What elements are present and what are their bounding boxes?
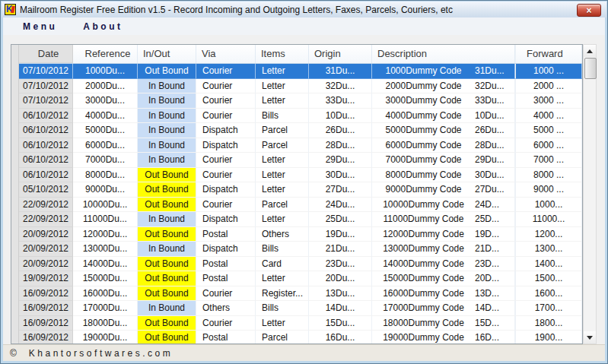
cell-reference: 5000Du... [73, 123, 138, 138]
app-window: K Mailroom Register Free Edition v1.5 - … [0, 0, 608, 364]
column-header-forward[interactable]: Forward [515, 45, 582, 63]
cell-description: 9000Dummy Code27Du... [372, 182, 515, 198]
cell-via: Dispatch [196, 212, 256, 227]
cell-description: 11000Dummy Code25D... [372, 212, 515, 227]
description-text: 18000Dummy Code [372, 316, 475, 331]
cell-items: Parcel [256, 123, 309, 138]
cell-forward: 1400... [515, 257, 582, 272]
cell-origin: 27Du... [309, 182, 372, 198]
destination-text: 20D... [475, 271, 514, 286]
cell-items: Bills [256, 301, 309, 316]
cell-inout: In Bound [138, 138, 196, 154]
description-text: 13000Dummy Code [372, 242, 475, 256]
menu-item-about[interactable]: About [77, 19, 129, 34]
cell-via: Dispatch [196, 138, 256, 154]
cell-origin: 25Du... [309, 212, 372, 227]
cell-items: Letter [256, 182, 309, 198]
cell-via: Postal [196, 227, 256, 242]
cell-origin: 24Du... [309, 198, 372, 213]
table-row[interactable]: 07/10/20123000Du...In BoundCourierLetter… [19, 93, 582, 109]
description-text: 16000Dummy Code [372, 286, 475, 301]
app-icon-accent [11, 6, 15, 13]
description-text: 7000Dummy Code [372, 153, 475, 167]
table-row[interactable]: 16/09/201216000Du...Out BoundCourierRegi… [19, 286, 582, 302]
cell-reference: 8000Du... [73, 168, 138, 183]
table-row[interactable]: 16/09/201217000Du...In BoundOthersBills1… [19, 301, 582, 316]
description-text: 1000Dummy Code [372, 64, 475, 78]
cell-items: Letter [256, 79, 309, 94]
cell-inout: Out Bound [138, 286, 196, 302]
cell-inout: Out Bound [138, 64, 196, 79]
column-header-reference[interactable]: Reference [73, 45, 138, 63]
cell-inout: In Bound [138, 212, 196, 227]
cell-forward: 1900... [515, 331, 582, 344]
cell-inout: In Bound [138, 242, 196, 257]
cell-forward: 8000 ... [515, 168, 582, 183]
column-header-via[interactable]: Via [196, 45, 256, 63]
description-text: 12000Dummy Code [372, 227, 475, 242]
cell-reference: 12000Du... [73, 227, 138, 242]
table-row[interactable]: 19/09/201215000Du...Out BoundPostalLette… [19, 271, 582, 286]
register-grid: Date Reference In/Out Via Items Origin D… [11, 44, 583, 344]
description-text: 2000Dummy Code [372, 79, 475, 93]
cell-forward: 2000 ... [515, 79, 582, 94]
table-row[interactable]: 07/10/20122000Du...In BoundCourierLetter… [19, 79, 582, 94]
cell-via: Courier [196, 168, 256, 183]
table-row[interactable]: 06/10/20124000Du...In BoundCourierBills1… [19, 109, 582, 124]
cell-forward: 11000... [515, 212, 582, 227]
cell-inout: In Bound [138, 123, 196, 138]
table-row[interactable]: 16/09/201219000Du...Out BoundPostalParce… [19, 331, 582, 344]
scrollbar-thumb[interactable] [584, 58, 597, 79]
column-header-inout[interactable]: In/Out [138, 45, 196, 63]
cell-forward: 1500... [515, 271, 582, 286]
cell-forward: 4000 ... [515, 109, 582, 124]
column-header-date[interactable]: Date [19, 45, 73, 63]
table-row[interactable]: 20/09/201212000Du...Out BoundPostalOther… [19, 227, 582, 242]
cell-via: Courier [196, 109, 256, 124]
table-row[interactable]: 22/09/201210000Du...Out BoundCourierParc… [19, 198, 582, 213]
cell-items: Letter [256, 153, 309, 168]
table-row[interactable]: 20/09/201213000Du...In BoundDispatchBill… [19, 242, 582, 257]
cell-reference: 17000Du... [73, 301, 138, 316]
table-row[interactable]: 22/09/201211000Du...In BoundDispatchLett… [19, 212, 582, 227]
menu-bar: Menu About [3, 17, 605, 36]
scroll-up-button[interactable] [584, 45, 596, 57]
menu-item-menu[interactable]: Menu [17, 19, 63, 34]
description-text: 3000Dummy Code [372, 93, 475, 108]
client-area: Date Reference In/Out Via Items Origin D… [3, 35, 605, 345]
cell-date: 16/09/2012 [19, 316, 73, 331]
destination-text: 27Du... [475, 182, 514, 197]
column-header-description[interactable]: Description [372, 45, 515, 63]
cell-items: Letter [256, 64, 309, 79]
cell-items: Parcel [256, 138, 309, 154]
cell-reference: 3000Du... [73, 93, 138, 109]
vertical-scrollbar[interactable] [583, 44, 597, 344]
column-header-items[interactable]: Items [256, 45, 309, 63]
cell-origin: 30Du... [309, 168, 372, 183]
cell-date: 22/09/2012 [19, 212, 73, 227]
cell-date: 07/10/2012 [19, 93, 73, 109]
description-text: 14000Dummy Code [372, 257, 475, 271]
cell-items: Parcel [256, 331, 309, 344]
close-button[interactable]: × [577, 4, 601, 17]
cell-description: 3000Dummy Code33Du... [372, 93, 515, 109]
cell-origin: 10Du... [309, 109, 372, 124]
table-row[interactable]: 20/09/201214000Du...Out BoundPostalCard2… [19, 257, 582, 272]
description-text: 17000Dummy Code [372, 301, 475, 315]
cell-inout: In Bound [138, 153, 196, 168]
table-row[interactable]: 06/10/20126000Du...In BoundDispatchParce… [19, 138, 582, 154]
cell-origin: 29Du... [309, 153, 372, 168]
table-row[interactable]: 05/10/20129000Du...Out BoundDispatchLett… [19, 182, 582, 198]
table-row[interactable]: 06/10/20128000Du...Out BoundCourierLette… [19, 168, 582, 183]
cell-items: Bills [256, 242, 309, 257]
table-row[interactable]: 06/10/20125000Du...In BoundDispatchParce… [19, 123, 582, 138]
table-row[interactable]: 06/10/20127000Du...In BoundCourierLetter… [19, 153, 582, 168]
cell-origin: 19Du... [309, 227, 372, 242]
cell-date: 16/09/2012 [19, 286, 73, 302]
table-row[interactable]: 16/09/201218000Du...Out BoundCourierLett… [19, 316, 582, 331]
cell-forward: 1300... [515, 242, 582, 257]
scroll-down-button[interactable] [584, 331, 596, 343]
column-header-origin[interactable]: Origin [309, 45, 372, 63]
cell-inout: Out Bound [138, 271, 196, 286]
table-row[interactable]: 07/10/20121000Du...Out BoundCourierLette… [19, 64, 582, 79]
